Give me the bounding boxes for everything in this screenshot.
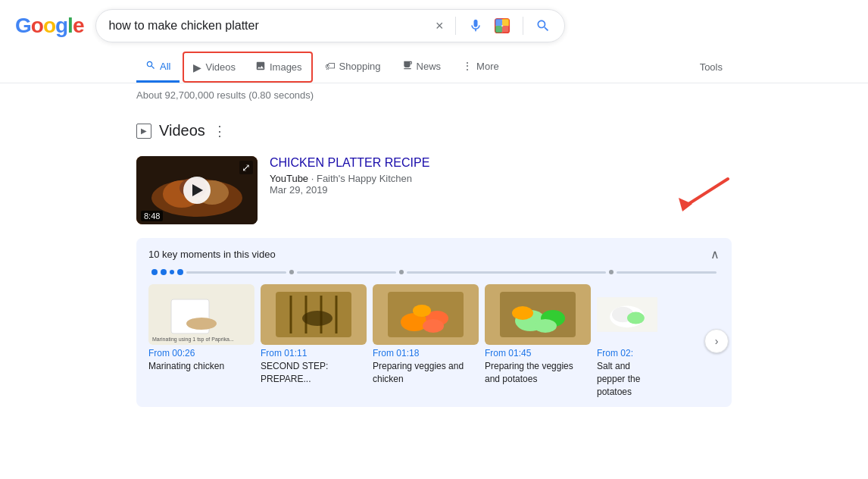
svg-point-15 (186, 318, 217, 330)
tab-more[interactable]: ⋮ More (453, 52, 508, 82)
google-logo[interactable]: Google (15, 14, 83, 38)
moment-desc-3: Preparing veggies and chicken (373, 360, 479, 386)
timeline-dot-5 (289, 270, 294, 274)
moment-timestamp-5[interactable]: From 02: (597, 348, 657, 358)
svg-rect-1 (495, 19, 502, 26)
videos-section-menu[interactable]: ⋮ (213, 123, 227, 139)
tab-shopping[interactable]: 🏷 Shopping (316, 52, 390, 82)
video-title-link[interactable]: CHICKEN PLATTER RECIPE (270, 156, 659, 170)
svg-rect-3 (495, 26, 502, 33)
moment-item-1: Marinating using 1 tsp of Paprika... Fro… (148, 284, 254, 398)
moment-timestamp-2[interactable]: From 01:11 (261, 348, 367, 358)
mic-button[interactable] (467, 17, 485, 35)
svg-text:Marinating using 1 tsp of Papr: Marinating using 1 tsp of Paprika... (152, 337, 234, 343)
video-meta: YouTube · Faith's Happy Kitchen (270, 173, 659, 184)
play-button[interactable] (183, 177, 211, 204)
moments-container: Marinating using 1 tsp of Paprika... Fro… (148, 284, 720, 398)
tools-button[interactable]: Tools (691, 54, 732, 80)
moment-desc-1: Marinating chicken (148, 360, 254, 373)
tab-images[interactable]: Images (246, 53, 311, 81)
moment-timestamp-3[interactable]: From 01:18 (373, 348, 479, 358)
expand-icon: ⤢ (239, 161, 253, 174)
timeline-line-2 (297, 271, 397, 274)
search-input[interactable] (108, 19, 433, 33)
svg-rect-4 (502, 26, 509, 33)
moment-thumb-svg-5 (597, 284, 657, 345)
moment-timestamp-4[interactable]: From 01:45 (485, 348, 591, 358)
videos-section-title: Videos (159, 122, 205, 139)
search-icons: × (434, 16, 553, 36)
play-triangle-icon (192, 184, 203, 196)
moment-thumb-2[interactable] (261, 284, 367, 345)
tab-news[interactable]: News (393, 52, 451, 83)
image-tab-icon (255, 61, 266, 74)
search-submit-button[interactable] (534, 17, 552, 35)
moment-thumb-svg-2 (261, 284, 367, 345)
video-date: Mar 29, 2019 (270, 184, 659, 196)
timeline-dot-1 (151, 269, 158, 275)
timeline (148, 268, 720, 284)
moment-item-3: From 01:18 Preparing veggies and chicken (373, 284, 479, 398)
main-content: ▶ Videos ⋮ 8:48 ⤢ (0, 110, 868, 407)
tab-videos[interactable]: ▶ Videos (184, 53, 245, 81)
svg-point-34 (512, 306, 533, 320)
video-info: CHICKEN PLATTER RECIPE YouTube · Faith's… (270, 156, 659, 224)
tab-videos-label: Videos (205, 61, 236, 73)
moment-thumb-3[interactable] (373, 284, 479, 345)
collapse-icon[interactable]: ∧ (710, 247, 720, 261)
svg-marker-12 (679, 198, 692, 211)
moments-next-button[interactable]: › (704, 329, 729, 353)
results-info: About 92,700,000 results (0.80 seconds) (0, 83, 868, 110)
video-channel: Faith's Happy Kitchen (317, 173, 412, 184)
tab-news-label: News (417, 61, 442, 72)
svg-point-39 (627, 312, 645, 324)
moment-desc-5: Salt and pepper the potatoes (597, 360, 657, 398)
video-card: 8:48 ⤢ CHICKEN PLATTER RECIPE YouTube · … (136, 149, 732, 232)
moment-thumb-1[interactable]: Marinating using 1 tsp of Paprika... (148, 284, 254, 345)
shopping-tab-icon: 🏷 (325, 60, 336, 72)
moment-item-5: From 02: Salt and pepper the potatoes (597, 284, 657, 398)
timeline-dot-4 (177, 269, 183, 275)
tab-all[interactable]: All (136, 52, 180, 83)
video-tab-icon: ▶ (193, 61, 201, 74)
video-thumbnail[interactable]: 8:48 ⤢ (136, 156, 258, 224)
clear-button[interactable]: × (434, 17, 445, 36)
moment-thumb-5[interactable] (597, 284, 657, 345)
svg-point-35 (534, 319, 557, 333)
moment-timestamp-1[interactable]: From 00:26 (148, 348, 254, 358)
divider (455, 17, 456, 35)
moment-thumb-svg-4 (485, 284, 591, 345)
timeline-dot-6 (399, 270, 404, 274)
moment-desc-4: Preparing the veggies and potatoes (485, 360, 591, 386)
timeline-line-4 (617, 271, 717, 274)
svg-line-11 (686, 179, 728, 205)
svg-point-23 (302, 311, 333, 326)
key-moments-header: 10 key moments in this video ∧ (148, 247, 720, 261)
timeline-dot-2 (161, 269, 167, 275)
tab-all-label: All (160, 61, 170, 72)
moment-desc-2: SECOND STEP: PREPARE... (261, 360, 367, 386)
red-arrow-icon (671, 175, 732, 213)
highlighted-tabs-wrapper: ▶ Videos Images (183, 52, 312, 83)
arrow-annotation (671, 156, 732, 224)
timeline-bar (151, 268, 717, 277)
timeline-line-1 (186, 271, 286, 274)
divider-2 (523, 17, 523, 35)
key-moments-title: 10 key moments in this video (148, 249, 276, 260)
more-tab-icon: ⋮ (462, 60, 473, 72)
moment-thumb-4[interactable] (485, 284, 591, 345)
video-icon: ▶ (141, 127, 147, 135)
moments-grid: Marinating using 1 tsp of Paprika... Fro… (148, 284, 720, 398)
timeline-line-3 (407, 271, 606, 274)
mic-icon (468, 18, 483, 33)
videos-section-icon: ▶ (136, 124, 151, 139)
key-moments-section: 10 key moments in this video ∧ (136, 238, 732, 407)
camera-button[interactable] (492, 16, 512, 36)
video-dot-separator: · (311, 173, 317, 184)
video-date-text: Mar 29, 2019 (270, 184, 328, 196)
moment-item-4: From 01:45 Preparing the veggies and pot… (485, 284, 591, 398)
news-tab-icon (402, 60, 413, 73)
timeline-dot-3 (170, 270, 174, 274)
moment-item-2: From 01:11 SECOND STEP: PREPARE... (261, 284, 367, 398)
camera-icon (494, 17, 510, 34)
